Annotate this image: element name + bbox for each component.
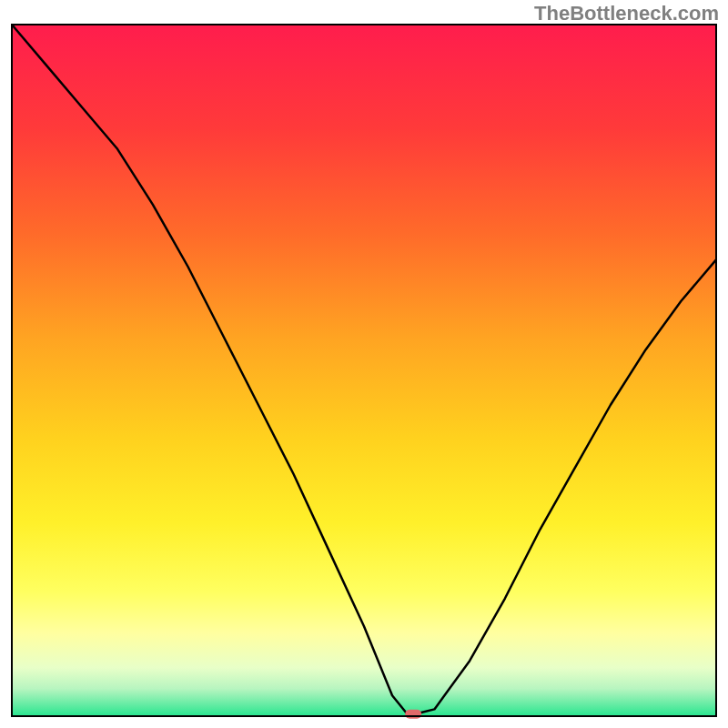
watermark-text: TheBottleneck.com: [534, 2, 719, 25]
svg-rect-0: [12, 25, 716, 716]
svg-rect-1: [405, 710, 421, 719]
bottleneck-chart: TheBottleneck.com: [0, 0, 728, 728]
chart-svg: [0, 0, 728, 728]
